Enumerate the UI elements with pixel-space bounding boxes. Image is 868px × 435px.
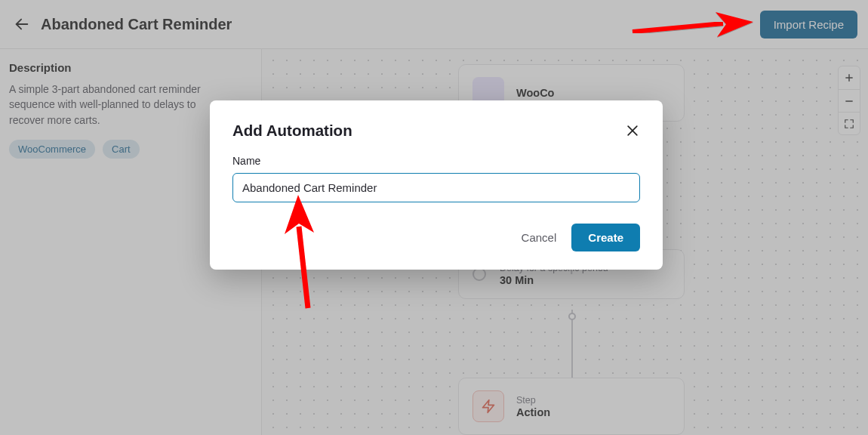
name-field-label: Name (232, 155, 640, 167)
create-button[interactable]: Create (571, 224, 640, 251)
modal-actions: Cancel Create (232, 224, 640, 251)
modal-title: Add Automation (232, 122, 352, 140)
add-automation-modal: Add Automation Name Cancel Create (210, 100, 663, 270)
screen-root: Abandoned Cart Reminder Import Recipe De… (0, 0, 868, 435)
close-icon[interactable] (625, 123, 640, 138)
modal-header: Add Automation (232, 122, 640, 140)
cancel-button[interactable]: Cancel (522, 231, 557, 244)
automation-name-input[interactable] (232, 173, 640, 202)
